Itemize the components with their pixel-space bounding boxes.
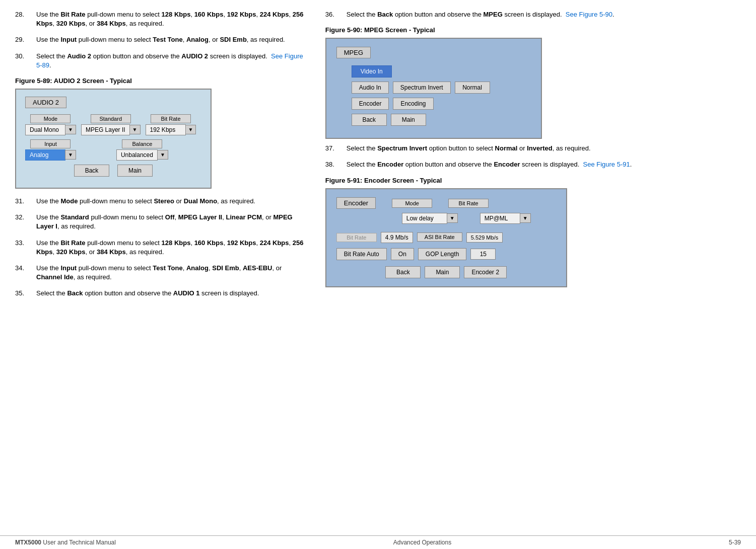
asi-bit-rate-529: 5.529 Mb/s (466, 232, 503, 243)
list-item-34: 34. Use the Input pull-down menu to sele… (15, 264, 305, 282)
low-delay-dropdown[interactable]: Low delay ▼ (402, 213, 458, 224)
standard-arrow-icon[interactable]: ▼ (129, 125, 141, 134)
item-num-38: 38. (325, 160, 347, 169)
mode-label: Mode (30, 114, 71, 123)
item-num-37: 37. (325, 144, 347, 153)
encoder-main-button[interactable]: Main (425, 266, 460, 278)
item-num-33: 33. (15, 239, 36, 257)
audio2-title: AUDIO 2 (25, 97, 66, 108)
item-num-36: 36. (325, 10, 347, 19)
footer-brand: MTX5000 (15, 539, 41, 546)
mode-group: Mode Dual Mono ▼ (25, 114, 76, 135)
audio2-row-1: Mode Dual Mono ▼ Standard MPEG Layer II … (25, 114, 201, 135)
list-item-30: 30. Select the Audio 2 option button and… (15, 52, 305, 70)
item-num-30: 30. (15, 52, 36, 70)
bitrate-label: Bit Rate (151, 114, 191, 123)
list-item-33: 33. Use the Bit Rate pull-down menu to s… (15, 239, 305, 257)
gop-length-button[interactable]: GOP Length (418, 248, 467, 260)
low-delay-arrow-icon[interactable]: ▼ (447, 213, 458, 223)
footer-center: Advanced Operations (393, 539, 451, 546)
audio2-main-button[interactable]: Main (117, 165, 153, 177)
standard-dropdown[interactable]: MPEG Layer II ▼ (81, 124, 141, 135)
audio2-screen: AUDIO 2 Mode Dual Mono ▼ Standard MPEG L… (15, 89, 212, 189)
audio2-row-2: Input Analog ▼ Balance Unbalanced ▼ (25, 139, 201, 161)
figure-90-link[interactable]: See Figure 5-90 (566, 11, 612, 18)
mode-dropdown[interactable]: Dual Mono ▼ (25, 124, 76, 135)
input-label: Input (30, 139, 71, 148)
item-num-34: 34. (15, 264, 36, 282)
list-item-28: 28. Use the Bit Rate pull-down menu to s… (15, 10, 305, 28)
mpeg-main-button[interactable]: Main (391, 114, 426, 126)
encoder-screen: Encoder Mode Bit Rate Low delay ▼ MP@ML … (325, 188, 567, 287)
encoder2-button[interactable]: Encoder 2 (464, 266, 507, 278)
mode-value: Dual Mono (25, 124, 65, 135)
normal-button[interactable]: Normal (455, 82, 490, 94)
mp-ml-dropdown[interactable]: MP@ML ▼ (480, 213, 531, 224)
item-num-29: 29. (15, 35, 36, 44)
item-content-31: Use the Mode pull-down menu to select St… (36, 197, 305, 206)
balance-group: Balance Unbalanced ▼ (116, 139, 168, 161)
on-button[interactable]: On (391, 248, 414, 260)
mpeg-title: MPEG (336, 47, 371, 58)
mp-ml-arrow-icon[interactable]: ▼ (520, 213, 531, 223)
audio2-nav-row: Back Main (25, 165, 201, 177)
item-content-30: Select the Audio 2 option button and obs… (36, 52, 305, 70)
balance-dropdown[interactable]: Unbalanced ▼ (116, 149, 168, 161)
footer-page-num: 5-39 (729, 539, 741, 546)
mode-col: Mode (392, 199, 432, 209)
item-content-35: Select the Back option button and observ… (36, 289, 305, 298)
item-num-32: 32. (15, 213, 36, 231)
figure-91-link[interactable]: See Figure 5-91 (583, 161, 630, 168)
enc-bitrate-col: Bit Rate (448, 199, 489, 209)
video-in-button[interactable]: Video In (352, 65, 392, 77)
encoding-button[interactable]: Encoding (393, 98, 433, 110)
low-delay-value: Low delay (402, 213, 447, 224)
list-item-35: 35. Select the Back option button and ob… (15, 289, 305, 298)
enc-mode-label: Mode (392, 199, 432, 208)
item-num-31: 31. (15, 197, 36, 206)
input-group: Input Analog ▼ (25, 139, 76, 161)
item-content-36: Select the Back option button and observ… (347, 10, 741, 19)
bitrate-value: 192 Kbps (146, 124, 186, 135)
mpeg-video-in-row: Video In (352, 65, 531, 77)
mode-arrow-icon[interactable]: ▼ (65, 125, 76, 134)
input-arrow-icon[interactable]: ▼ (65, 150, 76, 160)
mpeg-nav-row: Back Main (352, 114, 531, 126)
audio-in-button[interactable]: Audio In (352, 82, 389, 94)
encoder-title: Encoder (336, 197, 376, 209)
input-dropdown[interactable]: Analog ▼ (25, 149, 76, 161)
encoder-back-button[interactable]: Back (385, 266, 421, 278)
balance-value: Unbalanced (116, 149, 158, 161)
standard-group: Standard MPEG Layer II ▼ (81, 114, 141, 135)
item-content-33: Use the Bit Rate pull-down menu to selec… (36, 239, 305, 257)
item-content-29: Use the Input pull-down menu to select T… (36, 35, 305, 44)
asi-bit-rate-label: ASI Bit Rate (417, 232, 462, 242)
gop-length-value: 15 (470, 249, 496, 260)
list-item-29: 29. Use the Input pull-down menu to sele… (15, 35, 305, 44)
bitrate-dropdown[interactable]: 192 Kbps ▼ (146, 124, 196, 135)
mpeg-screen: MPEG Video In Audio In Spectrum Invert N… (325, 38, 542, 139)
bitrate-group: Bit Rate 192 Kbps ▼ (146, 114, 196, 135)
standard-value: MPEG Layer II (81, 124, 130, 135)
audio2-back-button[interactable]: Back (74, 165, 109, 177)
footer-brand-suffix: User and Technical Manual (41, 539, 116, 546)
mpeg-back-button[interactable]: Back (352, 114, 387, 126)
bit-rate-49: 4.9 Mb/s (381, 232, 413, 243)
item-content-38: Select the Encoder option button and obs… (347, 160, 741, 169)
spectrum-invert-button[interactable]: Spectrum Invert (393, 82, 451, 94)
input-value: Analog (25, 149, 65, 161)
bit-rate-auto-button[interactable]: Bit Rate Auto (336, 248, 387, 260)
item-content-28: Use the Bit Rate pull-down menu to selec… (36, 10, 305, 28)
encoder-button[interactable]: Encoder (352, 98, 389, 110)
list-item-32: 32. Use the Standard pull-down menu to s… (15, 213, 305, 231)
item-content-32: Use the Standard pull-down menu to selec… (36, 213, 305, 231)
enc-bitrate-label: Bit Rate (448, 199, 489, 208)
item-content-37: Select the Spectrum Invert option button… (347, 144, 741, 153)
item-num-28: 28. (15, 10, 36, 28)
figure-91-label: Figure 5-91: Encoder Screen - Typical (325, 177, 741, 184)
balance-label: Balance (122, 139, 162, 148)
balance-arrow-icon[interactable]: ▼ (157, 150, 168, 160)
bitrate-arrow-icon[interactable]: ▼ (185, 125, 196, 134)
bit-rate-gray-label: Bit Rate (336, 233, 377, 242)
item-num-35: 35. (15, 289, 36, 298)
